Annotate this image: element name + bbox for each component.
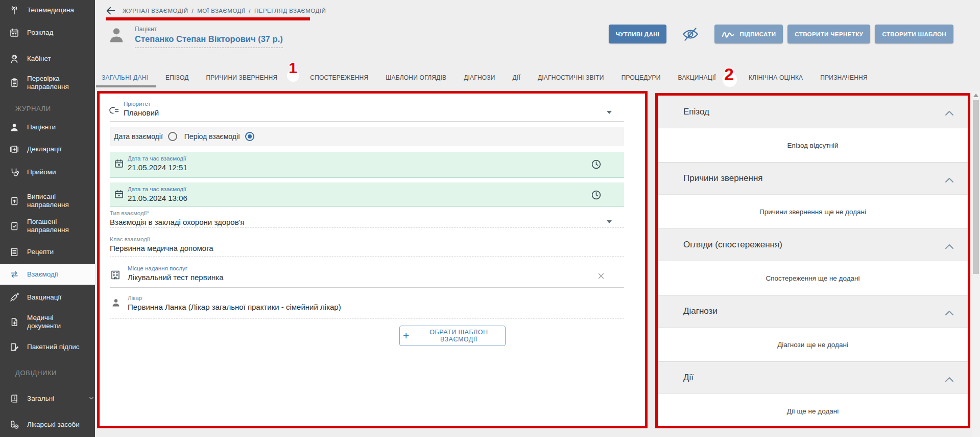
date-mode-toggle: Дата взаємодії Період взаємодії	[110, 127, 624, 146]
scrollbar-track[interactable]	[972, 91, 980, 437]
accordion-observations[interactable]: Огляди (спостереження)	[658, 228, 968, 261]
sidebar-item-declarations[interactable]: Декларації	[0, 139, 95, 159]
priority-field[interactable]: Пріоритет Плановий	[110, 101, 624, 122]
tab-reasons[interactable]: ПРИЧИНИ ЗВЕРНЕННЯ	[205, 67, 279, 87]
sidebar-item-schedule[interactable]: Розклад	[0, 22, 95, 43]
tab-observations[interactable]: СПОСТЕРЕЖЕННЯ	[309, 67, 369, 87]
clock-icon[interactable]	[591, 159, 602, 170]
sidebar-item-vaccinations[interactable]: Вакцинації	[0, 287, 95, 308]
interaction-date-radio[interactable]	[168, 132, 177, 141]
sidebar-item-label: Вакцинації	[27, 293, 84, 302]
breadcrumb-item[interactable]: МОЇ ВЗАЄМОДІЇ	[197, 8, 245, 14]
sidebar-item-medicines[interactable]: Лікарські засоби	[0, 415, 95, 435]
sidebar-item-prescriptions[interactable]: Рецепти	[0, 242, 95, 262]
scroll-up-icon[interactable]	[973, 94, 978, 97]
field-label: Дата та час взаємодії	[128, 186, 624, 192]
sensitive-data-button[interactable]: ЧУТЛИВІ ДАНІ	[609, 25, 667, 43]
tab-actions[interactable]: ДІЇ	[512, 67, 521, 87]
tab-diagnostic-reports[interactable]: ДІАГНОСТИЧНІ ЗВІТИ	[537, 67, 605, 87]
sidebar-item-telemedicine[interactable]: Телемедицина	[0, 0, 95, 20]
accordion-title: Причини звернення	[683, 173, 763, 183]
breadcrumb[interactable]: ЖУРНАЛ ВЗАЄМОДІЙ/МОЇ ВЗАЄМОДІЇ/ПЕРЕГЛЯД …	[123, 8, 326, 14]
interaction-period-radio[interactable]	[245, 132, 254, 141]
avatar-icon	[107, 26, 126, 45]
patient-label: Пацієнт	[135, 26, 283, 33]
sidebar-item-label: Рецепти	[27, 248, 84, 256]
create-draft-button[interactable]: СТВОРИТИ ЧЕРНЕТКУ	[787, 25, 870, 43]
card-plus-icon	[9, 144, 19, 154]
sidebar-item-issued-referrals[interactable]: Виписані направлення	[0, 189, 95, 213]
tab-general-data[interactable]: ЗАГАЛЬНІ ДАНІ	[101, 67, 149, 87]
sidebar-item-patients[interactable]: Пацієнти	[0, 117, 95, 137]
field-label: Дата та час взаємодії	[128, 155, 624, 162]
sidebar-item-interactions[interactable]: Взаємодії	[0, 264, 95, 285]
chevron-up-icon[interactable]	[945, 308, 953, 313]
clock-icon[interactable]	[591, 190, 602, 200]
accordion-episode[interactable]: Епізод	[658, 96, 968, 128]
radio-label: Дата взаємодії	[114, 132, 163, 141]
sidebar: Телемедицина Розклад Кабінет Перевірка н…	[0, 0, 95, 437]
eye-off-icon[interactable]	[682, 27, 699, 42]
person-icon	[111, 297, 121, 308]
doc-pen-icon	[9, 342, 19, 352]
annotation-box-2: Епізод Епізод відсутній Причини зверненн…	[655, 93, 970, 428]
date-end-field[interactable]: Дата та час взаємодії 21.05.2024 13:06	[110, 182, 624, 207]
sidebar-item-appointments[interactable]: Прийоми	[0, 162, 95, 182]
accordion-reasons[interactable]: Причини звернення	[658, 162, 968, 195]
field-value: Плановий	[124, 108, 624, 117]
sign-button[interactable]: ПІДПИСАТИ	[714, 25, 783, 43]
accordion-empty-state: Дії ще не додані	[658, 394, 968, 428]
chevron-up-icon[interactable]	[945, 241, 953, 246]
app-root: Телемедицина Розклад Кабінет Перевірка н…	[0, 0, 980, 437]
chevron-up-icon[interactable]	[945, 374, 953, 379]
sidebar-item-label: Погашені направлення	[27, 218, 84, 235]
interaction-type-field[interactable]: Тип взаємодії* Взаємодія в закладі охоро…	[110, 210, 624, 227]
chevron-up-icon[interactable]	[945, 108, 953, 113]
annotation-box-1: Пріоритет Плановий Дата взаємодії Період…	[97, 91, 648, 428]
field-label: Клас взаємодії	[110, 236, 624, 242]
tab-exam-templates[interactable]: ШАБЛОНИ ОГЛЯДІВ	[385, 67, 447, 87]
field-value: Взаємодія в закладі охорони здоров'я	[110, 218, 624, 226]
antenna-icon	[9, 5, 19, 15]
tab-clinical-assessment[interactable]: КЛІНІЧНА ОЦІНКА	[748, 67, 804, 87]
sidebar-item-medical-documents[interactable]: Медичні документи	[0, 310, 95, 334]
sidebar-item-batch-signing[interactable]: Пакетний підпис	[0, 337, 95, 357]
chevron-down-icon[interactable]	[607, 220, 612, 223]
scrollbar-thumb[interactable]	[973, 100, 979, 274]
sidebar-item-redeemed-referrals[interactable]: Погашені направлення	[0, 214, 95, 238]
service-place-field[interactable]: Місце надання послуг Лікувальний тест пе…	[110, 265, 624, 288]
plus-icon: +	[403, 330, 410, 341]
calendar-icon	[114, 158, 124, 169]
accordion-actions[interactable]: Дії	[658, 361, 968, 394]
tab-vaccinations[interactable]: ВАКЦИНАЦІЇ	[677, 67, 717, 87]
accordion-empty-state: Спостереження ще не додані	[658, 261, 968, 295]
breadcrumb-item[interactable]: ЖУРНАЛ ВЗАЄМОДІЙ	[123, 8, 188, 14]
sidebar-section-dictionaries: ДОВІДНИКИ	[0, 367, 95, 378]
field-label: Тип взаємодії*	[110, 210, 624, 216]
tab-episode[interactable]: ЕПІЗОД	[164, 67, 189, 87]
general-data-form: Пріоритет Плановий Дата взаємодії Період…	[100, 94, 645, 426]
tab-diagnoses[interactable]: ДІАГНОЗИ	[463, 67, 496, 87]
back-arrow-icon[interactable]	[105, 5, 116, 16]
syringe-icon	[9, 292, 19, 303]
clear-icon[interactable]	[596, 271, 606, 281]
patient-name-link[interactable]: Степанко Степан Вікторович (37 р.)	[135, 34, 283, 48]
chevron-down-icon[interactable]	[607, 111, 612, 114]
sidebar-item-general[interactable]: Загальні	[0, 388, 95, 409]
sidebar-item-cabinet[interactable]: Кабінет	[0, 49, 95, 69]
receipt-icon	[9, 247, 19, 257]
interaction-class-field: Клас взаємодії Первинна медична допомога	[110, 236, 624, 257]
accordion-diagnoses[interactable]: Діагнози	[658, 295, 968, 328]
tab-procedures[interactable]: ПРОЦЕДУРИ	[620, 67, 662, 87]
sidebar-item-referral-check[interactable]: Перевірка направлення	[0, 71, 95, 95]
accordion-title: Діагнози	[683, 306, 718, 316]
chevron-up-icon[interactable]	[945, 175, 953, 180]
create-template-button[interactable]: СТВОРИТИ ШАБЛОН	[875, 25, 953, 43]
person-icon	[9, 122, 19, 132]
stethoscope-icon	[9, 167, 19, 177]
field-label: Лікар	[128, 295, 624, 301]
date-start-field[interactable]: Дата та час взаємодії 21.05.2024 12:51	[110, 152, 624, 178]
choose-template-button[interactable]: + ОБРАТИ ШАБЛОН ВЗАЄМОДІЇ	[399, 326, 506, 346]
field-value: 21.05.2024 12:51	[128, 163, 624, 172]
tab-prescriptions[interactable]: ПРИЗНАЧЕННЯ	[819, 67, 868, 87]
